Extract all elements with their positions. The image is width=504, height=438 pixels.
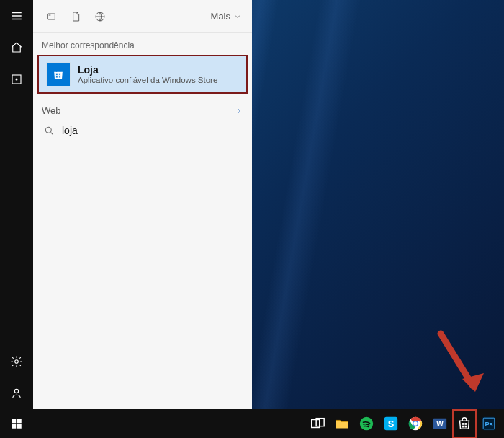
svg-rect-8 bbox=[56, 76, 58, 79]
web-suggestion-text: loja bbox=[62, 125, 78, 136]
web-section-header[interactable]: Web bbox=[33, 98, 252, 119]
store-app-icon bbox=[46, 62, 71, 86]
svg-rect-13 bbox=[12, 424, 16, 429]
sidebar-apps-button[interactable] bbox=[0, 63, 33, 95]
sidebar-settings-button[interactable] bbox=[0, 346, 33, 377]
web-suggestion[interactable]: loja bbox=[33, 119, 252, 142]
skype-icon: S bbox=[383, 416, 399, 432]
svg-rect-7 bbox=[59, 73, 61, 76]
home-icon bbox=[10, 41, 23, 54]
filter-web-button[interactable] bbox=[88, 4, 112, 29]
hamburger-menu-button[interactable] bbox=[0, 0, 33, 32]
taskbar-spotify[interactable] bbox=[354, 409, 379, 438]
apps-filter-icon bbox=[45, 11, 57, 22]
svg-text:Ps: Ps bbox=[485, 421, 492, 428]
more-filters-dropdown[interactable]: Mais bbox=[211, 11, 246, 22]
taskbar-pinned-apps: S W Ps bbox=[305, 409, 504, 438]
windows-logo-icon bbox=[10, 417, 23, 430]
svg-point-10 bbox=[45, 127, 51, 133]
filter-apps-button[interactable] bbox=[39, 4, 63, 29]
chevron-right-icon bbox=[235, 107, 243, 115]
chrome-icon bbox=[408, 416, 423, 432]
svg-text:S: S bbox=[388, 419, 395, 429]
start-button[interactable] bbox=[0, 409, 33, 438]
svg-rect-12 bbox=[17, 419, 22, 423]
cortana-sidebar bbox=[0, 0, 33, 409]
taskbar-skype[interactable]: S bbox=[379, 409, 403, 438]
svg-rect-26 bbox=[464, 423, 467, 425]
more-label: Mais bbox=[211, 11, 230, 22]
svg-rect-14 bbox=[17, 424, 22, 429]
svg-rect-25 bbox=[462, 423, 464, 425]
svg-point-22 bbox=[413, 421, 418, 426]
arrow-icon bbox=[433, 330, 491, 402]
taskbar-photoshop[interactable]: Ps bbox=[477, 409, 501, 438]
svg-point-2 bbox=[15, 360, 19, 364]
gear-icon bbox=[10, 355, 23, 368]
chevron-down-icon bbox=[233, 12, 242, 21]
svg-rect-11 bbox=[12, 419, 16, 423]
document-icon bbox=[70, 11, 81, 22]
person-icon bbox=[10, 387, 23, 400]
sidebar-home-button[interactable] bbox=[0, 32, 33, 63]
taskbar-file-explorer[interactable] bbox=[330, 409, 354, 438]
apps-icon bbox=[10, 73, 23, 86]
globe-icon bbox=[94, 11, 106, 22]
taskbar-chrome[interactable] bbox=[403, 409, 428, 438]
word-icon: W bbox=[432, 416, 448, 432]
taskbar-task-view[interactable] bbox=[305, 409, 330, 438]
store-icon bbox=[456, 416, 472, 432]
svg-point-17 bbox=[360, 417, 373, 430]
folder-icon bbox=[334, 416, 350, 432]
hamburger-icon bbox=[10, 9, 23, 22]
svg-rect-6 bbox=[56, 73, 58, 76]
desktop: Mais Melhor correspondência Loja Aplicat… bbox=[0, 0, 504, 438]
svg-rect-28 bbox=[464, 426, 467, 428]
best-match-subtitle: Aplicativo confiável da Windows Store bbox=[78, 76, 217, 84]
search-results-panel: Mais Melhor correspondência Loja Aplicat… bbox=[33, 0, 252, 409]
svg-point-1 bbox=[16, 79, 18, 81]
best-match-section-label: Melhor correspondência bbox=[33, 33, 252, 55]
task-view-icon bbox=[310, 416, 325, 432]
svg-rect-27 bbox=[462, 426, 464, 428]
photoshop-icon: Ps bbox=[481, 416, 497, 432]
search-icon bbox=[43, 125, 55, 136]
svg-point-3 bbox=[14, 389, 18, 393]
filter-documents-button[interactable] bbox=[63, 4, 88, 29]
sidebar-account-button[interactable] bbox=[0, 377, 33, 409]
best-match-title: Loja bbox=[78, 64, 217, 76]
annotation-arrow bbox=[433, 330, 491, 405]
web-section-label: Web bbox=[42, 105, 61, 116]
spotify-icon bbox=[359, 416, 374, 432]
svg-rect-9 bbox=[59, 76, 61, 79]
taskbar-word[interactable]: W bbox=[428, 409, 452, 438]
svg-rect-4 bbox=[48, 14, 55, 19]
taskbar-store[interactable] bbox=[452, 409, 477, 438]
best-match-result[interactable]: Loja Aplicativo confiável da Windows Sto… bbox=[37, 55, 248, 94]
svg-text:W: W bbox=[436, 420, 444, 428]
taskbar: S W Ps bbox=[0, 409, 504, 438]
shopping-bag-icon bbox=[51, 67, 66, 81]
search-filter-header: Mais bbox=[33, 0, 252, 33]
